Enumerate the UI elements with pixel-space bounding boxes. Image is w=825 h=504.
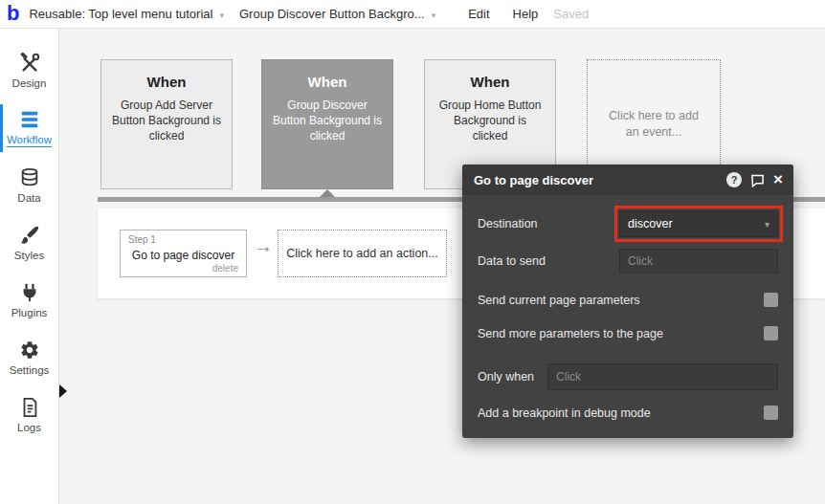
bubble-logo[interactable]: b (7, 1, 19, 26)
saved-status: Saved (553, 7, 589, 21)
send-current-params-checkbox[interactable] (764, 293, 778, 307)
sidebar-item-label: Settings (10, 364, 50, 376)
send-current-params-label: Send current page parameters (478, 294, 640, 307)
sidebar-item-label: Logs (17, 422, 41, 433)
sidebar-item-data[interactable]: Data (0, 157, 58, 214)
sidebar-item-label: Design (12, 77, 47, 89)
sidebar-item-plugins[interactable]: Plugins (0, 272, 58, 329)
sidebar-item-label: Plugins (11, 307, 48, 318)
main-sidebar: Design Workflow Data (0, 29, 59, 504)
project-menu-label: Reusable: Top level menu tutorial (29, 7, 212, 21)
sidebar-item-workflow[interactable]: Workflow (0, 99, 58, 157)
design-tools-icon (19, 53, 40, 74)
event-description: Group Add Server Button Background is cl… (101, 98, 232, 144)
destination-value: discover (628, 217, 765, 230)
chevron-down-icon: ▾ (432, 9, 436, 20)
help-icon[interactable]: ? (726, 172, 742, 187)
event-title: When (101, 74, 232, 90)
breakpoint-checkbox[interactable] (764, 405, 778, 420)
step-delete-link[interactable]: delete (212, 263, 238, 274)
destination-row: Destination discover ▾ (478, 210, 778, 237)
data-to-send-input[interactable] (619, 249, 778, 274)
sidebar-item-design[interactable]: Design (0, 42, 58, 99)
event-description: Group Home Button Background is clicked (425, 98, 555, 144)
arrow-right-icon: → (254, 235, 273, 257)
sidebar-item-label: Workflow (7, 134, 52, 147)
event-card-discover-selected[interactable]: When Group Discover Button Background is… (261, 59, 393, 189)
event-description: Group Discover Button Background is clic… (262, 98, 392, 144)
sidebar-item-label: Data (17, 192, 40, 204)
property-editor-popup: Go to page discover ? × Destination disc… (462, 164, 793, 438)
element-menu-dropdown[interactable]: Group Discover Button Backgro... ▾ (239, 7, 435, 21)
only-when-row: Only when (478, 363, 778, 390)
popup-body: Destination discover ▾ Data to send Send… (462, 195, 793, 420)
chevron-down-icon: ▾ (765, 219, 769, 230)
event-title: When (425, 74, 555, 90)
breakpoint-row: Add a breakpoint in debug mode (478, 405, 778, 420)
document-icon (19, 397, 40, 418)
sidebar-expand-arrow-icon[interactable] (59, 384, 67, 398)
sidebar-item-logs[interactable]: Logs (0, 386, 58, 444)
plug-icon (19, 282, 40, 303)
selected-event-pointer-icon (320, 189, 335, 197)
data-to-send-row: Data to send (478, 249, 778, 274)
element-menu-label: Group Discover Button Backgro... (239, 7, 425, 21)
add-action-placeholder[interactable]: Click here to add an action... (278, 230, 447, 277)
close-icon[interactable]: × (773, 172, 783, 187)
database-icon (19, 167, 40, 188)
step-title: Go to page discover (121, 249, 246, 262)
send-more-params-label: Send more parameters to the page (478, 327, 663, 340)
help-menu[interactable]: Help (513, 7, 539, 21)
event-title: When (262, 74, 392, 90)
workflow-icon (19, 109, 40, 130)
paintbrush-icon (19, 225, 40, 246)
step-number-label: Step 1 (128, 234, 156, 245)
action-step-card[interactable]: Step 1 Go to page discover delete (120, 230, 247, 277)
top-menubar: b Reusable: Top level menu tutorial ▾ Gr… (0, 0, 825, 29)
edit-menu[interactable]: Edit (468, 7, 489, 21)
chevron-down-icon: ▾ (219, 9, 224, 20)
only-when-input[interactable] (547, 363, 778, 390)
destination-dropdown[interactable]: discover ▾ (619, 210, 778, 237)
popup-header[interactable]: Go to page discover ? × (462, 164, 793, 195)
send-more-params-row: Send more parameters to the page (478, 326, 778, 340)
send-more-params-checkbox[interactable] (764, 326, 778, 340)
project-menu-dropdown[interactable]: Reusable: Top level menu tutorial ▾ (29, 7, 224, 21)
destination-label: Destination (478, 217, 538, 230)
bubble-workflow-editor: b Reusable: Top level menu tutorial ▾ Gr… (0, 0, 825, 504)
breakpoint-label: Add a breakpoint in debug mode (478, 406, 651, 420)
data-to-send-label: Data to send (478, 254, 546, 268)
popup-title: Go to page discover (474, 173, 719, 187)
sidebar-item-styles[interactable]: Styles (0, 214, 58, 272)
send-current-params-row: Send current page parameters (478, 293, 778, 307)
sidebar-item-settings[interactable]: Settings (0, 329, 58, 386)
sidebar-item-label: Styles (14, 250, 44, 261)
gear-icon (19, 340, 40, 361)
only-when-label: Only when (478, 370, 534, 383)
event-card-add-server[interactable]: When Group Add Server Button Background … (100, 59, 233, 189)
comment-icon[interactable] (750, 173, 765, 187)
